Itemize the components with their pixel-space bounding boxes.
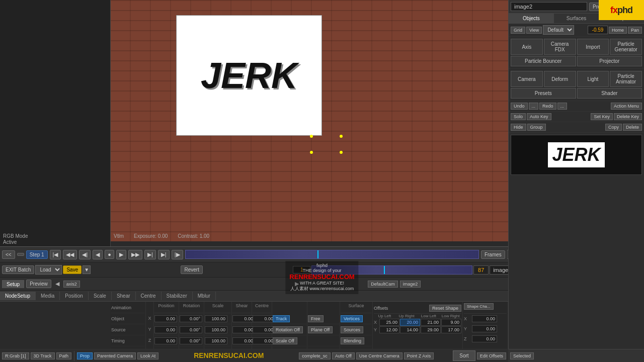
z-offset-input[interactable] [472,335,497,342]
tab-position[interactable]: Position [60,292,89,300]
z-pos-input[interactable] [154,337,177,344]
axis-tool-btn[interactable]: Axis [511,39,543,55]
deform-btn[interactable]: Deform [544,71,576,87]
point-z-axis-btn[interactable]: Point Z Axis [404,352,434,359]
y-rot-input[interactable] [180,326,202,333]
lr-x-input[interactable] [441,319,461,326]
tab-shear[interactable]: Shear [112,292,136,300]
sources-btn[interactable]: Sources [341,326,363,333]
axis-name[interactable]: axis2 [63,281,80,288]
view-btn[interactable]: View [526,27,542,34]
transport-end[interactable]: |▶ [172,250,183,259]
solo-btn[interactable]: Solo [511,113,526,120]
load-dropdown[interactable]: Load [35,265,62,275]
track-btn[interactable]: Track [273,315,290,322]
tab-media[interactable]: Media [36,292,60,300]
ll-x-input[interactable] [421,319,441,326]
tab-nodesetup[interactable]: NodeSetup [0,292,36,300]
shader-btn[interactable]: Shader [577,88,642,99]
y-scale-input[interactable] [205,326,227,333]
selected-btn[interactable]: Selected [510,352,534,359]
look-at-btn[interactable]: Look At [137,352,158,359]
transport-rev[interactable]: ◀ [93,250,103,259]
zoom-input[interactable] [588,26,608,34]
copy-btn[interactable]: Copy [605,124,622,131]
tab-stabilizer[interactable]: Stabilizer [162,292,193,300]
z-rot-input[interactable] [180,337,202,344]
transport-first[interactable]: |◀ [50,250,61,259]
hide-btn[interactable]: Hide [511,124,526,131]
right-node-input[interactable] [511,2,587,11]
presets-btn[interactable]: Presets [511,88,576,99]
particle-gen-btn[interactable]: Particle Generator [610,39,642,55]
tab-mblur[interactable]: Mblur [193,292,216,300]
x-scale-input[interactable] [205,315,227,322]
undo-btn[interactable]: Undo [511,103,528,110]
home-right-btn[interactable]: Home [609,27,627,34]
nav-forward-btn[interactable] [17,253,24,256]
lr-y-input[interactable] [441,326,461,333]
camera-fdx-btn[interactable]: Camera FDX [544,39,576,55]
x-pos-input[interactable] [154,315,177,322]
delete-btn[interactable]: Delete [623,124,642,131]
auto-off-btn[interactable]: Auto Off [332,352,355,359]
transport-prev[interactable]: ◀| [79,250,91,259]
scale-off-btn[interactable]: Scale Off [273,337,297,344]
particle-bounce-btn[interactable]: Particle Bouncer [511,56,576,66]
grid-btn[interactable]: Grid [511,27,525,34]
delete-key-btn[interactable]: Delete Key [614,113,642,120]
parented-camera-btn[interactable]: Parented Camera [94,352,136,359]
frame-number-2[interactable]: 87 [473,265,489,275]
ll-y-input[interactable] [421,326,441,333]
y-pos-input[interactable] [154,326,177,333]
tab-scale[interactable]: Scale [89,292,112,300]
reset-shape-btn[interactable]: Reset Shape [429,305,461,312]
cam-name[interactable]: DefaultCam [368,281,398,288]
redo-dots-btn[interactable]: ... [557,103,568,110]
edit-offsets-btn[interactable]: Edit Offsets [477,352,506,359]
camera-btn[interactable]: Camera [511,71,543,87]
frame-input[interactable]: 1 [293,266,310,274]
tab-centre[interactable]: Centre [136,292,162,300]
group-btn[interactable]: Group [527,124,546,131]
ur-x-input[interactable] [400,319,420,326]
ur-y-input[interactable] [400,326,420,333]
image-name[interactable]: image2 [400,281,421,288]
complete-sc-label[interactable]: complete_sc [299,352,331,359]
x-offset-input[interactable] [472,315,497,322]
import-btn[interactable]: Import [577,39,609,55]
timeline-track[interactable] [185,250,479,259]
ul-y-input[interactable] [379,326,399,333]
ul-x-input[interactable] [379,319,399,326]
transport-stop[interactable]: ● [105,250,114,259]
auto-key-btn[interactable]: Auto Key [527,113,551,120]
transport-last[interactable]: ▶| [158,250,170,259]
particle-anim-btn[interactable]: Particle Animator [610,71,642,87]
tab-surfaces[interactable]: Surfaces [554,14,599,23]
viewport-canvas[interactable]: JERK [111,0,508,241]
transport-prev-mark[interactable]: ◀◀ [63,250,77,259]
undo-dots-btn[interactable]: ... [529,103,539,110]
pan-right-btn[interactable]: Pan [628,27,642,34]
rotation-off-btn[interactable]: Rotation Off [273,326,303,333]
blending-btn[interactable]: Blending [341,337,364,344]
free-btn[interactable]: Free [308,315,324,322]
3d-track-btn[interactable]: 3D Track [31,352,55,359]
step-label[interactable]: Step 1 [26,250,48,259]
shape-changer-btn[interactable]: Shape Cha... [464,303,494,310]
revert-btn[interactable]: Revert [181,265,202,274]
default-dropdown[interactable]: Default [543,25,574,35]
light-btn[interactable]: Light [577,71,609,87]
vertices-btn[interactable]: Vertices [341,315,363,322]
action-menu-btn[interactable]: Action Menu [611,103,642,110]
sort-btn[interactable]: Sort [453,350,475,361]
transport-play[interactable]: ▶ [116,250,126,259]
nav-back-btn[interactable]: << [2,250,15,259]
y-offset-input[interactable] [472,325,497,332]
z-scale-input[interactable] [205,337,227,344]
setup-tab[interactable]: Setup [2,280,24,288]
redo-btn[interactable]: Redo [539,103,556,110]
set-key-btn[interactable]: Set Key [591,113,613,120]
preview-btn[interactable]: Preview [26,280,51,288]
frames-btn[interactable]: Frames [481,250,505,259]
